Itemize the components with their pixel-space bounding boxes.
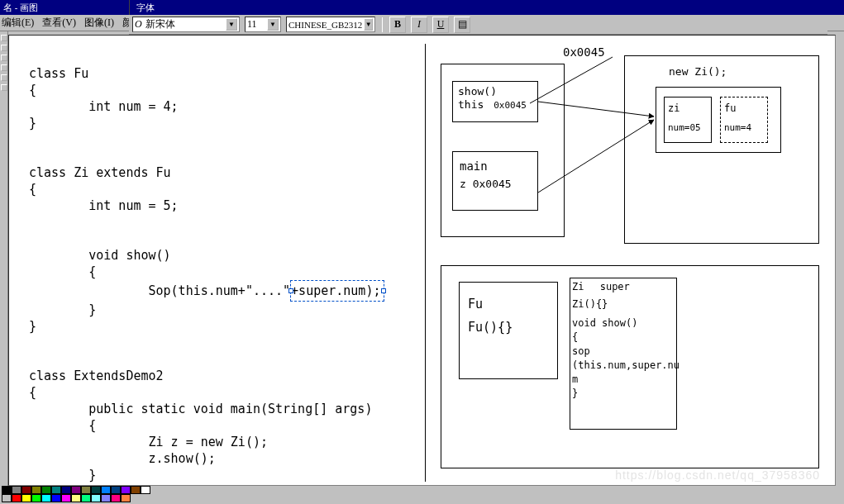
code-line: int num = 4; [29,99,179,114]
underline-button[interactable]: U [432,17,449,33]
code-line: class Zi extends Fu [29,165,171,180]
palette-color[interactable] [21,486,31,494]
drawing-canvas[interactable]: class Fu { int num = 4; } class Zi exten… [8,35,836,486]
charset-combo[interactable]: CHINESE_GB2312 ▼ [286,17,375,32]
italic-button[interactable]: I [411,17,427,33]
chevron-down-icon[interactable]: ▼ [226,18,237,31]
palette-color[interactable] [91,486,101,494]
code-line: z.show(); [29,451,216,466]
palette-color[interactable] [71,486,81,494]
code-line: } [29,302,96,317]
font-name-combo[interactable]: O 新宋体 ▼ [132,17,240,32]
subwindow-title: 字体 [136,2,155,14]
palette-color[interactable] [71,494,81,502]
chevron-down-icon[interactable]: ▼ [267,18,279,31]
toolbox-button[interactable] [1,55,7,61]
toolbox-button[interactable] [1,64,7,71]
method-class-fu: Fu Fu(){} [459,282,558,379]
toolbox-button[interactable] [1,84,7,91]
code-line: public static void main(String[] args) [29,402,372,416]
subwindow-titlebar: 字体 [129,0,827,15]
vertical-divider [425,44,426,482]
code-line: } [29,319,36,334]
code-line: Zi z = new Zi(); [29,435,268,449]
palette-color[interactable] [131,486,141,494]
stack-frame-main: main z 0x0045 [452,151,538,211]
code-line: } [29,116,36,131]
stack-frame-label: show() [458,85,532,98]
code-line: { [29,418,96,433]
heap-field-zi: zi num=05 [664,97,712,143]
bold-button[interactable]: B [389,17,406,33]
palette-color[interactable] [2,494,12,502]
palette-color[interactable] [12,494,21,502]
watermark-text: https://blog.csdn.net/qq_37958360 [615,468,820,482]
toolbox-button[interactable] [1,35,7,41]
palette-color[interactable] [31,494,41,502]
code-line: { [29,385,36,400]
stack-frame-label: main [460,157,531,175]
palette-color[interactable] [51,486,61,494]
palette-color[interactable] [81,494,91,502]
toolbox-button[interactable] [1,74,7,81]
code-line: class ExtendsDemo2 [29,368,164,383]
palette-color[interactable] [2,486,12,494]
toolbar-separator [382,17,383,32]
toolbox-button[interactable] [1,45,7,51]
code-line: { [29,83,36,97]
palette-color[interactable] [121,494,131,502]
palette-color[interactable] [141,486,150,494]
color-palette [2,486,155,502]
menu-view[interactable]: 查看(V) [42,16,76,30]
font-size-combo[interactable]: 11 ▼ [245,17,281,32]
stack-frame-show: show() this 0x0045 [452,81,538,122]
palette-color[interactable] [41,494,51,502]
code-line: { [29,182,36,197]
font-prefix-icon: O [135,18,142,31]
menu-image[interactable]: 图像(I) [84,16,114,30]
palette-color[interactable] [12,486,21,494]
stack-frame-this: this 0x0045 [458,98,532,112]
palette-color[interactable] [121,486,131,494]
text-selection[interactable]: +super.num); [290,280,384,302]
code-line: { [29,264,96,279]
palette-color[interactable] [91,494,101,502]
palette-color[interactable] [61,486,71,494]
window-title: 名 - 画图 [3,2,38,14]
code-line: Sop(this.num+"...." [29,283,290,298]
code-line: } [29,468,96,483]
left-toolbox [0,31,8,487]
palette-color[interactable] [61,494,71,502]
palette-color[interactable] [41,486,51,494]
palette-color[interactable] [111,494,121,502]
text-tool-button[interactable]: ▤ [454,17,470,33]
charset-value: CHINESE_GB2312 [288,20,362,30]
code-line: class Fu [29,66,88,81]
chevron-down-icon[interactable]: ▼ [364,18,373,31]
palette-color[interactable] [31,486,41,494]
menu-edit[interactable]: 编辑(E) [2,16,34,30]
method-class-zi: Zi super Zi(){} void show() { sop (this.… [570,278,677,430]
palette-color[interactable] [111,486,121,494]
font-name-value: 新宋体 [145,17,224,31]
palette-color[interactable] [101,494,111,502]
font-toolbar: O 新宋体 ▼ 11 ▼ CHINESE_GB2312 ▼ B I U ▤ [129,15,827,35]
palette-color[interactable] [21,494,31,502]
palette-color[interactable] [81,486,91,494]
code-block: class Fu { int num = 4; } class Zi exten… [29,49,409,504]
heap-field-fu: fu num=4 [720,97,768,143]
palette-color[interactable] [101,486,111,494]
palette-color[interactable] [51,494,61,502]
code-line: void show() [29,248,171,263]
heap-new-label: new Zi(); [669,65,727,78]
heap-address-label: 0x0045 [563,45,605,59]
stack-var-z: z 0x0045 [460,175,531,193]
font-size-value: 11 [247,18,265,31]
code-line: int num = 5; [29,198,179,213]
